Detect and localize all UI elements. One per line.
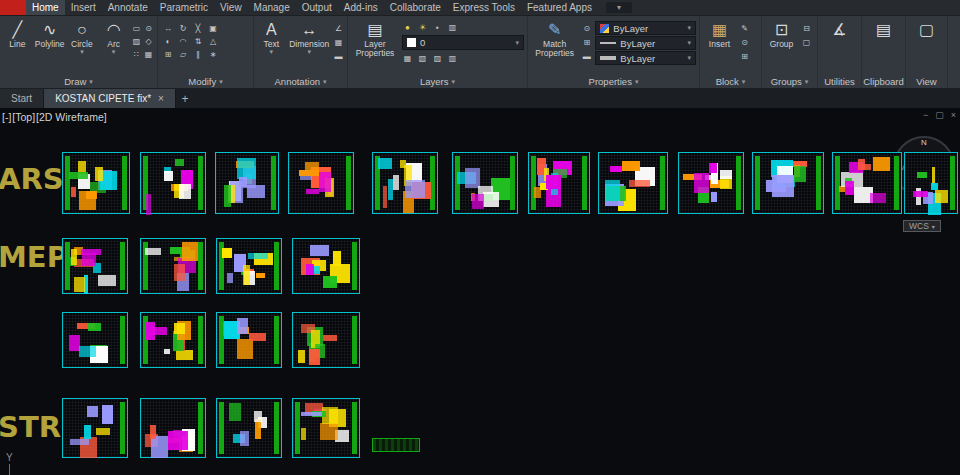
wcs-dropdown[interactable]: WCS ▾ — [903, 220, 941, 232]
ribbon-tab-manage[interactable]: Manage — [248, 0, 296, 15]
drawing-thumbnail[interactable] — [372, 152, 438, 214]
move-icon[interactable]: ↔ — [161, 22, 175, 34]
layer-select-dropdown[interactable]: 0 ▾ — [402, 35, 524, 50]
viewport-visual-style-control[interactable]: [2D Wireframe] — [36, 111, 107, 123]
block-panel-label[interactable]: Block▾ — [700, 75, 761, 88]
viewport-view-control[interactable]: [Top] — [12, 111, 35, 123]
linetype-dropdown[interactable]: ByLayer ▾ — [595, 36, 696, 50]
match-properties-button[interactable]: ✎ Match Properties — [531, 18, 578, 58]
canvas-text-ars[interactable]: ARS — [0, 164, 64, 194]
minimize-icon[interactable]: − — [923, 110, 928, 120]
drawing-thumbnail[interactable] — [288, 152, 354, 214]
region-icon[interactable]: ▦ — [143, 48, 154, 60]
block-edit-icon[interactable]: ✎ — [739, 22, 750, 34]
rotate-icon[interactable]: ↻ — [176, 22, 190, 34]
array-icon[interactable]: ⊞ — [161, 48, 175, 60]
ribbon-tab-collaborate[interactable]: Collaborate — [384, 0, 447, 15]
properties-panel-label[interactable]: Properties▾ — [528, 75, 699, 88]
layer-thaw-icon[interactable]: ☀ — [417, 21, 428, 33]
mirror-icon[interactable]: ◐ — [161, 35, 175, 47]
clipboard-button[interactable]: ▤ — [867, 18, 900, 40]
viewcube-north[interactable]: N — [921, 138, 927, 147]
group-button[interactable]: ⊡ Group — [765, 18, 798, 49]
ribbon-tab-featured-apps[interactable]: Featured Apps — [521, 0, 598, 15]
drawing-thumbnail[interactable] — [140, 398, 206, 458]
table-icon[interactable]: ▦ — [333, 36, 344, 48]
drawing-thumbnail[interactable] — [216, 238, 282, 294]
attributes-icon[interactable]: ⊙ — [739, 36, 750, 48]
viewport-minimize-control[interactable]: [-] — [2, 111, 11, 123]
workspace-dropdown[interactable]: ▾ — [606, 2, 632, 13]
close-icon[interactable]: × — [158, 93, 164, 104]
ribbon-tab-view[interactable]: View — [214, 0, 248, 15]
view-panel-label[interactable]: View — [906, 75, 947, 88]
utilities-button[interactable]: ∡ — [823, 18, 856, 40]
drawing-thumbnail[interactable] — [62, 152, 130, 214]
object-color-dropdown[interactable]: ByLayer ▾ — [595, 21, 696, 35]
create-block-icon[interactable]: ⊞ — [739, 50, 750, 62]
insert-button[interactable]: ▦ Insert — [703, 18, 736, 49]
color-wheel-icon[interactable]: ⊙ — [581, 22, 592, 34]
drawing-thumbnail[interactable] — [62, 238, 128, 294]
layer-state-icon[interactable]: ▥ — [447, 21, 458, 33]
polyline-button[interactable]: ∿ Polyline — [35, 18, 65, 49]
drawing-thumbnail[interactable] — [372, 438, 420, 452]
groups-panel-label[interactable]: Groups▾ — [762, 75, 817, 88]
ribbon-tab-add-ins[interactable]: Add-ins — [338, 0, 384, 15]
fillet-icon[interactable]: ◠ — [176, 35, 190, 47]
line-button[interactable]: ╱ Line — [3, 18, 32, 49]
drawing-thumbnail[interactable] — [752, 152, 824, 214]
drawing-thumbnail[interactable] — [292, 238, 360, 294]
scale-icon[interactable]: △ — [206, 35, 220, 47]
drawing-thumbnail[interactable] — [528, 152, 590, 214]
mtext-icon[interactable]: ▬ — [333, 50, 344, 62]
offset-icon[interactable]: ∥ — [191, 48, 205, 60]
dimension-button[interactable]: ↔ Dimension ▾ — [289, 18, 330, 55]
drawing-thumbnail[interactable] — [140, 312, 206, 368]
modify-panel-label[interactable]: Modify▾ — [158, 75, 253, 88]
drawing-thumbnail[interactable] — [62, 312, 128, 368]
drawing-thumbnail[interactable] — [140, 152, 206, 214]
circle-button[interactable]: ○ Circle ▾ — [68, 18, 97, 55]
stretch-icon[interactable]: ⇅ — [191, 35, 205, 47]
point-icon[interactable]: ∷ — [131, 48, 142, 60]
ribbon-tab-annotate[interactable]: Annotate — [102, 0, 154, 15]
drawing-thumbnail[interactable] — [140, 238, 206, 294]
drawing-thumbnail[interactable] — [452, 152, 518, 214]
ribbon-tab-parametric[interactable]: Parametric — [154, 0, 214, 15]
drawing-thumbnail[interactable] — [832, 152, 902, 214]
rectangle-icon[interactable]: ▭ — [131, 22, 142, 34]
restore-icon[interactable]: ▢ — [935, 110, 944, 120]
new-tab-button[interactable]: + — [176, 89, 194, 108]
drawing-thumbnail[interactable] — [598, 152, 668, 214]
trim-icon[interactable]: ╳ — [191, 22, 205, 34]
group-edit-icon[interactable]: ▢ — [801, 36, 812, 48]
layer-match-icon[interactable]: ▥ — [447, 52, 458, 64]
layer-properties-button[interactable]: ▤ Layer Properties — [351, 18, 399, 58]
draw-panel-label[interactable]: Draw▾ — [0, 75, 157, 88]
close-icon[interactable]: × — [951, 110, 956, 120]
drawing-canvas[interactable]: [-] [Top] [2D Wireframe] − ▢ × N S W E T… — [0, 108, 960, 475]
ribbon-tab-output[interactable]: Output — [296, 0, 338, 15]
lineweight-dropdown[interactable]: ByLayer ▾ — [595, 51, 696, 65]
layer-isolate-icon[interactable]: ▦ — [402, 52, 413, 64]
drawing-thumbnail[interactable] — [904, 152, 958, 214]
ungroup-icon[interactable]: ⊟ — [801, 22, 812, 34]
drawing-thumbnail[interactable] — [215, 152, 279, 214]
clipboard-panel-label[interactable]: Clipboard — [862, 75, 905, 88]
layers-panel-label[interactable]: Layers▾ — [348, 75, 527, 88]
ribbon-tab-home[interactable]: Home — [26, 0, 65, 15]
drawing-thumbnail[interactable] — [678, 152, 744, 214]
canvas-text-str[interactable]: STR — [0, 412, 61, 442]
explode-icon[interactable]: ∗ — [206, 48, 220, 60]
hatch-icon[interactable]: ▨ — [131, 35, 142, 47]
drawing-thumbnail[interactable] — [292, 398, 360, 458]
drawing-thumbnail[interactable] — [216, 312, 282, 368]
ellipse-icon[interactable]: ⊙ — [143, 22, 154, 34]
layer-on-icon[interactable]: ● — [402, 21, 413, 33]
text-button[interactable]: A Text ▾ — [257, 18, 286, 55]
ribbon-tab-insert[interactable]: Insert — [65, 0, 102, 15]
linetype-icon[interactable]: ▬ — [581, 50, 592, 62]
annotation-panel-label[interactable]: Annotation▾ — [254, 75, 347, 88]
list-icon[interactable]: ⊞ — [581, 36, 592, 48]
